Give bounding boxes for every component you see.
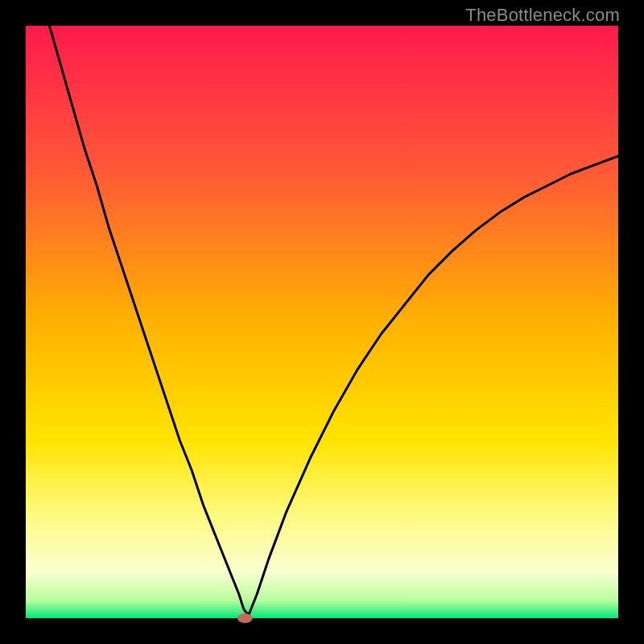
minimum-marker xyxy=(237,613,253,623)
watermark-text: TheBottleneck.com xyxy=(465,5,620,26)
chart-frame: TheBottleneck.com xyxy=(0,0,644,644)
chart-svg xyxy=(26,26,618,618)
series-bottleneck-curve xyxy=(49,26,618,615)
